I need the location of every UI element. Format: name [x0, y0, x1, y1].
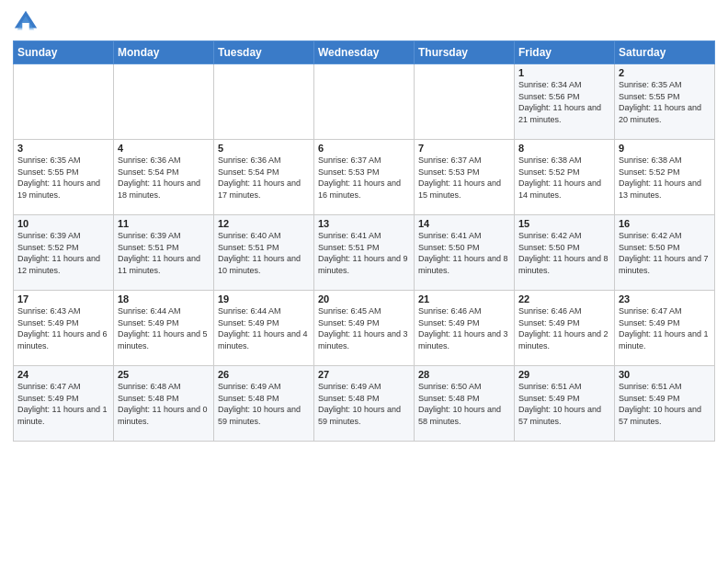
calendar-cell: 1Sunrise: 6:34 AM Sunset: 5:56 PM Daylig…	[515, 64, 615, 140]
logo	[13, 9, 42, 35]
day-number: 10	[17, 218, 109, 229]
day-info: Sunrise: 6:35 AM Sunset: 5:55 PM Dayligh…	[17, 155, 109, 201]
day-number: 6	[318, 143, 410, 154]
day-info: Sunrise: 6:49 AM Sunset: 5:48 PM Dayligh…	[318, 381, 410, 427]
weekday-header-sunday: Sunday	[14, 41, 114, 64]
day-number: 19	[218, 293, 310, 304]
day-info: Sunrise: 6:41 AM Sunset: 5:51 PM Dayligh…	[318, 230, 410, 276]
day-number: 21	[418, 293, 510, 304]
logo-icon	[13, 9, 39, 35]
calendar-cell: 25Sunrise: 6:48 AM Sunset: 5:48 PM Dayli…	[114, 366, 214, 442]
day-info: Sunrise: 6:38 AM Sunset: 5:52 PM Dayligh…	[619, 155, 711, 201]
main-container: SundayMondayTuesdayWednesdayThursdayFrid…	[0, 0, 728, 449]
day-number: 30	[619, 369, 711, 380]
day-number: 17	[17, 293, 109, 304]
day-info: Sunrise: 6:49 AM Sunset: 5:48 PM Dayligh…	[218, 381, 310, 427]
calendar-cell	[114, 64, 214, 140]
day-number: 18	[118, 293, 210, 304]
day-info: Sunrise: 6:50 AM Sunset: 5:48 PM Dayligh…	[418, 381, 510, 427]
day-number: 11	[118, 218, 210, 229]
day-info: Sunrise: 6:48 AM Sunset: 5:48 PM Dayligh…	[118, 381, 210, 427]
weekday-header-tuesday: Tuesday	[214, 41, 314, 64]
day-info: Sunrise: 6:42 AM Sunset: 5:50 PM Dayligh…	[619, 230, 711, 276]
day-info: Sunrise: 6:41 AM Sunset: 5:50 PM Dayligh…	[418, 230, 510, 276]
day-info: Sunrise: 6:43 AM Sunset: 5:49 PM Dayligh…	[17, 305, 109, 351]
calendar-cell	[14, 64, 114, 140]
calendar-cell: 17Sunrise: 6:43 AM Sunset: 5:49 PM Dayli…	[14, 291, 114, 366]
calendar-cell: 28Sunrise: 6:50 AM Sunset: 5:48 PM Dayli…	[415, 366, 515, 442]
calendar-cell: 8Sunrise: 6:38 AM Sunset: 5:52 PM Daylig…	[515, 140, 615, 215]
calendar-cell: 7Sunrise: 6:37 AM Sunset: 5:53 PM Daylig…	[415, 140, 515, 215]
calendar-cell: 12Sunrise: 6:40 AM Sunset: 5:51 PM Dayli…	[214, 215, 314, 291]
day-number: 9	[619, 143, 711, 154]
day-number: 4	[118, 143, 210, 154]
week-row-4: 17Sunrise: 6:43 AM Sunset: 5:49 PM Dayli…	[14, 291, 715, 366]
day-number: 25	[118, 369, 210, 380]
weekday-header-wednesday: Wednesday	[314, 41, 415, 64]
calendar-cell: 3Sunrise: 6:35 AM Sunset: 5:55 PM Daylig…	[14, 140, 114, 215]
weekday-header-saturday: Saturday	[615, 41, 715, 64]
day-number: 15	[518, 218, 610, 229]
day-info: Sunrise: 6:44 AM Sunset: 5:49 PM Dayligh…	[218, 305, 310, 351]
calendar-cell: 23Sunrise: 6:47 AM Sunset: 5:49 PM Dayli…	[615, 291, 715, 366]
calendar-header: SundayMondayTuesdayWednesdayThursdayFrid…	[14, 41, 715, 64]
calendar-cell: 29Sunrise: 6:51 AM Sunset: 5:49 PM Dayli…	[515, 366, 615, 442]
day-info: Sunrise: 6:36 AM Sunset: 5:54 PM Dayligh…	[218, 155, 310, 201]
calendar-cell: 24Sunrise: 6:47 AM Sunset: 5:49 PM Dayli…	[14, 366, 114, 442]
day-number: 24	[17, 369, 109, 380]
calendar-cell: 26Sunrise: 6:49 AM Sunset: 5:48 PM Dayli…	[214, 366, 314, 442]
week-row-2: 3Sunrise: 6:35 AM Sunset: 5:55 PM Daylig…	[14, 140, 715, 215]
weekday-header-thursday: Thursday	[415, 41, 515, 64]
day-info: Sunrise: 6:45 AM Sunset: 5:49 PM Dayligh…	[318, 305, 410, 351]
day-info: Sunrise: 6:46 AM Sunset: 5:49 PM Dayligh…	[418, 305, 510, 351]
day-number: 8	[518, 143, 610, 154]
calendar-cell: 2Sunrise: 6:35 AM Sunset: 5:55 PM Daylig…	[615, 64, 715, 140]
week-row-1: 1Sunrise: 6:34 AM Sunset: 5:56 PM Daylig…	[14, 64, 715, 140]
day-number: 23	[619, 293, 711, 304]
calendar-table: SundayMondayTuesdayWednesdayThursdayFrid…	[13, 40, 715, 442]
calendar-cell: 19Sunrise: 6:44 AM Sunset: 5:49 PM Dayli…	[214, 291, 314, 366]
day-info: Sunrise: 6:51 AM Sunset: 5:49 PM Dayligh…	[619, 381, 711, 427]
day-info: Sunrise: 6:51 AM Sunset: 5:49 PM Dayligh…	[518, 381, 610, 427]
calendar-cell: 18Sunrise: 6:44 AM Sunset: 5:49 PM Dayli…	[114, 291, 214, 366]
day-number: 5	[218, 143, 310, 154]
calendar-cell: 20Sunrise: 6:45 AM Sunset: 5:49 PM Dayli…	[314, 291, 415, 366]
day-info: Sunrise: 6:42 AM Sunset: 5:50 PM Dayligh…	[518, 230, 610, 276]
calendar-cell	[415, 64, 515, 140]
calendar-cell: 27Sunrise: 6:49 AM Sunset: 5:48 PM Dayli…	[314, 366, 415, 442]
calendar-cell: 15Sunrise: 6:42 AM Sunset: 5:50 PM Dayli…	[515, 215, 615, 291]
calendar-cell: 22Sunrise: 6:46 AM Sunset: 5:49 PM Dayli…	[515, 291, 615, 366]
day-info: Sunrise: 6:34 AM Sunset: 5:56 PM Dayligh…	[518, 79, 610, 125]
day-info: Sunrise: 6:35 AM Sunset: 5:55 PM Dayligh…	[619, 79, 711, 125]
day-number: 22	[518, 293, 610, 304]
calendar-cell: 10Sunrise: 6:39 AM Sunset: 5:52 PM Dayli…	[14, 215, 114, 291]
svg-rect-2	[22, 23, 28, 31]
day-number: 16	[619, 218, 711, 229]
week-row-3: 10Sunrise: 6:39 AM Sunset: 5:52 PM Dayli…	[14, 215, 715, 291]
day-info: Sunrise: 6:44 AM Sunset: 5:49 PM Dayligh…	[118, 305, 210, 351]
day-number: 2	[619, 67, 711, 78]
day-info: Sunrise: 6:40 AM Sunset: 5:51 PM Dayligh…	[218, 230, 310, 276]
header-row	[13, 9, 715, 35]
day-info: Sunrise: 6:37 AM Sunset: 5:53 PM Dayligh…	[318, 155, 410, 201]
day-number: 20	[318, 293, 410, 304]
day-info: Sunrise: 6:36 AM Sunset: 5:54 PM Dayligh…	[118, 155, 210, 201]
weekday-row: SundayMondayTuesdayWednesdayThursdayFrid…	[14, 41, 715, 64]
day-info: Sunrise: 6:38 AM Sunset: 5:52 PM Dayligh…	[518, 155, 610, 201]
week-row-5: 24Sunrise: 6:47 AM Sunset: 5:49 PM Dayli…	[14, 366, 715, 442]
day-number: 3	[17, 143, 109, 154]
calendar-cell: 5Sunrise: 6:36 AM Sunset: 5:54 PM Daylig…	[214, 140, 314, 215]
day-number: 29	[518, 369, 610, 380]
weekday-header-monday: Monday	[114, 41, 214, 64]
calendar-cell: 30Sunrise: 6:51 AM Sunset: 5:49 PM Dayli…	[615, 366, 715, 442]
calendar-cell: 13Sunrise: 6:41 AM Sunset: 5:51 PM Dayli…	[314, 215, 415, 291]
day-number: 14	[418, 218, 510, 229]
weekday-header-friday: Friday	[515, 41, 615, 64]
day-info: Sunrise: 6:37 AM Sunset: 5:53 PM Dayligh…	[418, 155, 510, 201]
day-number: 13	[318, 218, 410, 229]
calendar-cell: 9Sunrise: 6:38 AM Sunset: 5:52 PM Daylig…	[615, 140, 715, 215]
calendar-cell: 6Sunrise: 6:37 AM Sunset: 5:53 PM Daylig…	[314, 140, 415, 215]
calendar-cell: 21Sunrise: 6:46 AM Sunset: 5:49 PM Dayli…	[415, 291, 515, 366]
day-number: 1	[518, 67, 610, 78]
calendar-cell	[314, 64, 415, 140]
